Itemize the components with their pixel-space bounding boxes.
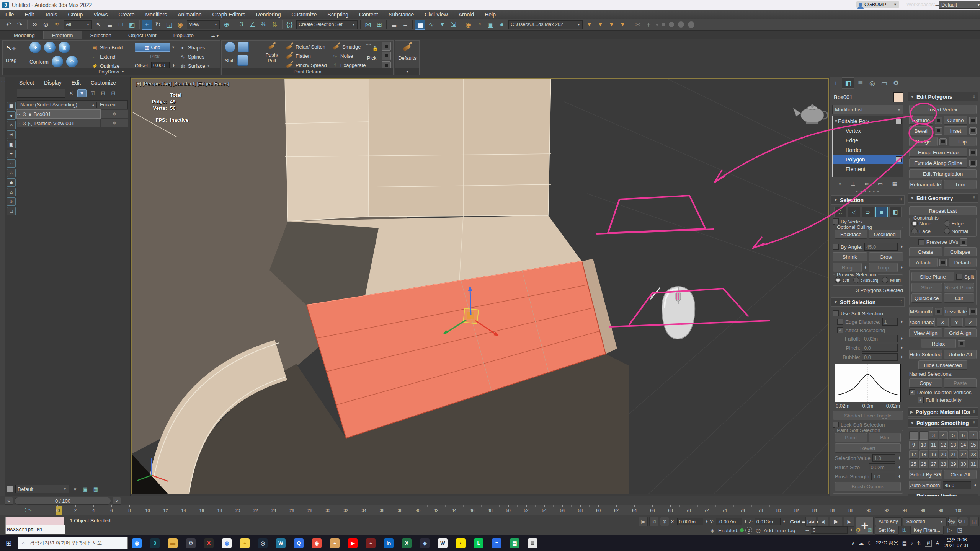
- show-helpers-icon[interactable]: +: [7, 150, 16, 158]
- smoothing-group-17[interactable]: 17: [909, 450, 918, 459]
- grow-button[interactable]: Grow: [869, 252, 903, 261]
- select-object-icon[interactable]: ↖: [93, 20, 104, 30]
- stack-toggle-icon[interactable]: [896, 118, 902, 124]
- reference-coordinate-dropdown[interactable]: View▼: [187, 20, 220, 29]
- taskbar-app-x[interactable]: X: [200, 535, 218, 551]
- taskbar-app-notepad[interactable]: ≣: [524, 535, 542, 551]
- noise-button[interactable]: ∿Noise: [332, 51, 366, 60]
- bubble-field[interactable]: 0.0: [862, 353, 898, 361]
- smoothing-group-1[interactable]: [909, 431, 918, 440]
- frozen-column-header[interactable]: Frozen: [96, 102, 127, 108]
- smoothing-group-28[interactable]: 28: [939, 460, 948, 468]
- shaded-face-toggle-button[interactable]: Shaded Face Toggle: [833, 411, 903, 420]
- menu-scripting[interactable]: Scripting: [322, 11, 354, 18]
- shield-icon[interactable]: ◈: [708, 526, 717, 535]
- attach-button[interactable]: Attach: [909, 258, 938, 267]
- smoothing-group-10[interactable]: 10: [919, 441, 928, 449]
- conform-scale-brush[interactable]: ▣: [59, 42, 70, 53]
- smoothing-groups-rollout-header[interactable]: ▼Polygon: Smoothing Groups⠿: [908, 418, 978, 428]
- menu-help[interactable]: Help: [479, 11, 501, 18]
- tab-modify[interactable]: ◧: [842, 77, 854, 89]
- left-dock-handle[interactable]: ⋮⋮: [0, 77, 5, 496]
- pick-deform-button[interactable]: ⌒🔒 Pick: [364, 43, 379, 61]
- blur-button[interactable]: Blur: [869, 433, 901, 442]
- smoothing-group-14[interactable]: 14: [959, 441, 968, 449]
- taskbar-app-3dsmax[interactable]: 3: [146, 535, 164, 551]
- tessellate-button[interactable]: Tessellate: [944, 307, 968, 316]
- relax-button[interactable]: Relax: [921, 339, 956, 348]
- polydraw-drag-tool[interactable]: ↖✢ Drag: [6, 43, 16, 63]
- previous-frame-nav-button[interactable]: <: [5, 497, 13, 505]
- quickslice-button[interactable]: QuickSlice: [911, 293, 942, 303]
- snaps-toggle-icon[interactable]: 3: [236, 20, 247, 30]
- track-bar-ruler[interactable]: ⋮∿ 0 02468101214161820222426283032343638…: [0, 505, 980, 515]
- named-selection-sets-dropdown[interactable]: Create Selection Set▼: [296, 20, 358, 29]
- button-extrude-along-spline[interactable]: Extrude Along Spline: [909, 158, 967, 168]
- relax-settings-icon[interactable]: [958, 340, 965, 347]
- conform-exaggerate-brush[interactable]: ◠: [66, 56, 78, 67]
- lock-soft-selection-checkbox[interactable]: [833, 422, 839, 428]
- smoothing-group-7[interactable]: 7: [969, 431, 978, 440]
- hide-selected-button[interactable]: Hide Selected: [909, 350, 942, 359]
- use-pivot-point-icon[interactable]: ⊕: [221, 20, 232, 30]
- frozen-cell[interactable]: ❄: [101, 110, 128, 118]
- ribbon-tab-populate[interactable]: Populate: [165, 31, 202, 39]
- show-shapes-icon[interactable]: ○: [7, 121, 16, 129]
- render-setup-icon[interactable]: ◔: [474, 20, 485, 30]
- detach-button[interactable]: Detach: [949, 258, 977, 267]
- split-checkbox[interactable]: [956, 274, 962, 280]
- offset-spinner[interactable]: ▲▼: [172, 64, 175, 67]
- name-column-header[interactable]: Name (Sorted Ascending)▲: [17, 102, 96, 108]
- project-folder-dropdown[interactable]: C:\Users\JI...ds Max 202▼: [508, 20, 583, 29]
- menu-views[interactable]: Views: [88, 11, 113, 18]
- settings-icon-inset[interactable]: [969, 127, 977, 135]
- tessellate-settings-icon[interactable]: [969, 308, 977, 315]
- button-bevel[interactable]: Bevel: [909, 126, 933, 135]
- render-preset-2-icon[interactable]: ▼: [595, 20, 606, 30]
- copy-button[interactable]: Copy: [909, 378, 942, 388]
- button-insert-vertex[interactable]: Insert Vertex: [909, 105, 977, 114]
- explorer-menu-edit[interactable]: Edit: [67, 79, 85, 86]
- relax-soften-button[interactable]: Relax/ Soften: [285, 42, 327, 51]
- start-button[interactable]: ⊞: [0, 535, 18, 551]
- step-build-button[interactable]: ▤Step Build: [91, 43, 122, 52]
- make-planar-z-button[interactable]: Z: [965, 318, 977, 327]
- chevron-down-icon[interactable]: ▼: [172, 46, 175, 49]
- selection-set-dropdown[interactable]: Selected▼: [903, 517, 947, 526]
- shift-plane-brush[interactable]: [237, 55, 248, 66]
- render-preset-3-icon[interactable]: ▼: [606, 20, 617, 30]
- ring-button[interactable]: Ring: [833, 263, 862, 272]
- subobj-element-icon[interactable]: ◧: [889, 207, 902, 217]
- menu-content[interactable]: Content: [354, 11, 383, 18]
- tray-sound-icon[interactable]: ♪: [911, 540, 913, 546]
- ribbon-tab-freeform[interactable]: Freeform: [43, 31, 82, 39]
- smoothing-group-11[interactable]: 11: [929, 441, 938, 449]
- collapse-tree-icon[interactable]: ⊟: [109, 90, 118, 97]
- slice-plane-button[interactable]: Slice Plane: [911, 272, 954, 281]
- taskbar-app-zoom[interactable]: ◉: [128, 535, 146, 551]
- toggle-scene-explorer-icon[interactable]: ≣: [389, 20, 399, 30]
- smoothing-group-3[interactable]: 3: [929, 431, 938, 440]
- menu-substance[interactable]: Substance: [383, 11, 419, 18]
- defaults-caption[interactable]: ▼: [395, 68, 419, 75]
- window-crossing-icon[interactable]: ◩: [127, 20, 137, 30]
- ime-english-indicator[interactable]: A: [936, 540, 939, 546]
- settings-icon-bridge[interactable]: [939, 138, 947, 145]
- taskbar-app-settings[interactable]: ⚙: [182, 535, 200, 551]
- view-align-button[interactable]: View Align: [909, 328, 942, 337]
- scissors-icon[interactable]: ✂: [632, 20, 643, 30]
- expand-icon[interactable]: ▼: [834, 119, 838, 123]
- hide-unselected-button[interactable]: Hide Unselected: [918, 360, 967, 370]
- previous-frame-button[interactable]: ◀|: [818, 517, 828, 527]
- redo-icon[interactable]: ↷: [15, 20, 25, 30]
- revert-button[interactable]: Revert: [835, 443, 901, 453]
- msmooth-settings-icon[interactable]: [935, 308, 942, 315]
- paste-button[interactable]: Paste: [944, 378, 977, 388]
- taskbar-clock[interactable]: 오전 3:062021-07-01: [944, 537, 969, 549]
- eye-icon[interactable]: ⊙: [22, 120, 26, 126]
- show-cameras-icon[interactable]: ▣: [7, 140, 16, 148]
- play-button[interactable]: ▶: [830, 517, 842, 527]
- tab-motion[interactable]: ◎: [866, 78, 878, 88]
- settings-icon-hinge-from-edge[interactable]: [969, 149, 977, 156]
- smoothing-group-21[interactable]: 21: [949, 450, 958, 459]
